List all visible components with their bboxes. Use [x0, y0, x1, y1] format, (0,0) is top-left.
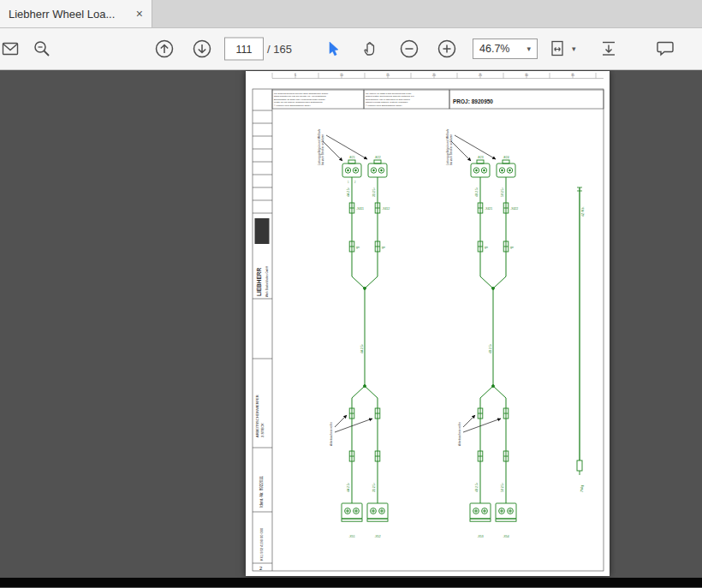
cursor-arrow-icon	[325, 40, 342, 57]
document-number: K61 932 4190 00 000	[259, 527, 264, 561]
sheet-frame	[253, 89, 604, 571]
wire-color-label: ge	[510, 246, 514, 249]
tab-bar: Liebherr Wheel Loa... ×	[0, 0, 702, 28]
pin-label: 1	[348, 181, 349, 184]
title-block: LIEBHERR Werk Bischofshofen GmbH ARBEITS…	[255, 218, 270, 571]
arrow-up-circle-icon	[154, 39, 175, 59]
ruler-number: 15	[386, 74, 390, 77]
wire-color-label: gn	[356, 246, 360, 249]
ruler-number: 30	[525, 74, 528, 77]
zoom-level-value: 46.7%	[479, 43, 509, 55]
comment-button[interactable]	[656, 40, 675, 57]
page-total-label: / 165	[267, 43, 292, 56]
connector-label: -X421	[485, 207, 492, 211]
note-text: bis zum Stecker schützen	[449, 134, 453, 165]
ruler-number: 10	[340, 74, 343, 77]
chevron-down-icon: ▾	[572, 45, 576, 53]
note-text: Arbeitsscheinwerfer	[458, 421, 461, 446]
wire-run-label: 4B 2.5²	[489, 343, 492, 353]
note-text: Arbeitsscheinwerfer	[330, 421, 333, 446]
plus-circle-icon	[437, 39, 457, 59]
comment-bubble-icon	[656, 40, 675, 57]
select-tool-button[interactable]	[325, 40, 342, 57]
pin-label: 2	[354, 181, 356, 184]
annotations: Leitung gelb/grün mit Wellrohr bis zum S…	[318, 128, 501, 446]
wire-labels: -E21 -E22 -E23 -E24 1 2 -X411 -X412 -X42…	[347, 156, 585, 538]
device-label: -E21	[348, 156, 354, 159]
page-view-icon	[550, 39, 568, 58]
drawing-title: ARBEITSSCHEINWERFER	[255, 395, 259, 437]
wire-gauge-label: 58 2.5²	[501, 483, 504, 492]
zoom-in-button[interactable]	[437, 39, 457, 59]
wire-color-label: ge	[382, 246, 385, 249]
company-sub: Werk Bischofshofen GmbH	[265, 266, 269, 297]
scroll-down-icon	[599, 39, 618, 58]
scroll-mode-button[interactable]	[599, 39, 618, 58]
tab-close-icon[interactable]: ×	[136, 8, 143, 20]
disclaimer-en: © Liebherr-Werk Bischofshofen GmbH	[366, 104, 402, 107]
note-text: bis zum Stecker schützen	[321, 134, 324, 165]
ident-number: Ident.-Nr. 8922011	[259, 476, 264, 508]
pdf-page: 5 10 15 20 25 30 35	[246, 71, 610, 576]
wire-gauge-label: 31 2.5²	[372, 483, 376, 492]
wiring-harness-right	[470, 160, 516, 521]
disclaimer-de: © Liebherr-Werk Bischofshofen GmbH	[274, 104, 311, 107]
connector-label: -X412	[382, 207, 390, 211]
arrow-down-circle-icon	[192, 39, 212, 59]
connector-label: -X52	[374, 535, 380, 538]
sheet-number: 2	[259, 566, 263, 571]
device-label: -E22	[374, 156, 380, 159]
connector-label: -X422	[510, 207, 518, 211]
minus-circle-icon	[399, 39, 419, 59]
wiring-harness-left	[342, 160, 388, 521]
hand-tool-button[interactable]	[362, 40, 379, 57]
marquee-zoom-button[interactable]	[33, 39, 51, 58]
previous-page-button[interactable]	[154, 39, 175, 59]
wire-gauge-label: 4A 2.5²	[347, 187, 350, 197]
hand-icon	[362, 40, 379, 57]
wire-gauge-label: 4B 2.5²	[475, 187, 479, 197]
wire-gauge-label: 4B 2.5²	[475, 482, 479, 492]
ruler-number: 25	[479, 74, 482, 77]
envelope-icon	[2, 42, 19, 56]
wire-gauge-label: 4A 2.5²	[347, 482, 350, 492]
bottom-bar	[0, 578, 702, 587]
page-display-mode-button[interactable]: ▾	[550, 39, 576, 58]
wire-gauge-label: 58 2.5²	[501, 187, 504, 197]
zoom-out-button[interactable]	[399, 39, 419, 59]
document-tab[interactable]: Liebherr Wheel Loa... ×	[0, 0, 152, 27]
cable-run-right	[577, 187, 582, 475]
device-label: -E24	[503, 156, 509, 159]
wire-run-label: 4A 2.5²	[360, 343, 364, 353]
wiring-diagram-sheet: 5 10 15 20 25 30 35	[246, 71, 610, 576]
next-page-button[interactable]	[192, 39, 212, 59]
drawing-title: 2-STECK	[260, 423, 265, 437]
main-toolbar: / 165 46.7% ▾	[0, 28, 702, 70]
ruler-number: 5	[294, 74, 296, 77]
email-button[interactable]	[2, 42, 19, 56]
company-name: LIEBHERR	[256, 267, 262, 296]
acrobat-window: Liebherr Wheel Loa... ×	[0, 0, 702, 587]
cable-label: 4Z W.b.	[581, 206, 585, 217]
sheet-header: PROJ: 8920950 Für dieses Dokument und de…	[274, 92, 493, 107]
search-icon	[33, 39, 51, 58]
chevron-down-icon: ▾	[526, 45, 531, 53]
connector-label: -X51	[348, 535, 354, 538]
zoom-level-dropdown[interactable]: 46.7% ▾	[473, 39, 538, 59]
page-number-input[interactable]	[224, 38, 264, 61]
wire-color-label: gn	[485, 246, 488, 249]
connector-label: -X54	[503, 535, 509, 538]
proj-number: PROJ: 8920950	[453, 98, 493, 104]
device-label: -E23	[477, 156, 483, 159]
ruler-number: 20	[432, 74, 436, 77]
sheet-ruler: 5 10 15 20 25 30 35	[272, 73, 604, 79]
connector-label: -X53	[477, 535, 483, 538]
ruler-number: 35	[571, 74, 574, 77]
wire-gauge-label: 31 2.5²	[372, 187, 376, 197]
cable-label: 7N4g	[580, 485, 584, 492]
liebherr-logo	[255, 218, 270, 244]
connector-label: -X411	[356, 207, 364, 211]
document-viewer[interactable]: 5 10 15 20 25 30 35	[0, 70, 702, 578]
tab-title: Liebherr Wheel Loa...	[9, 8, 129, 21]
